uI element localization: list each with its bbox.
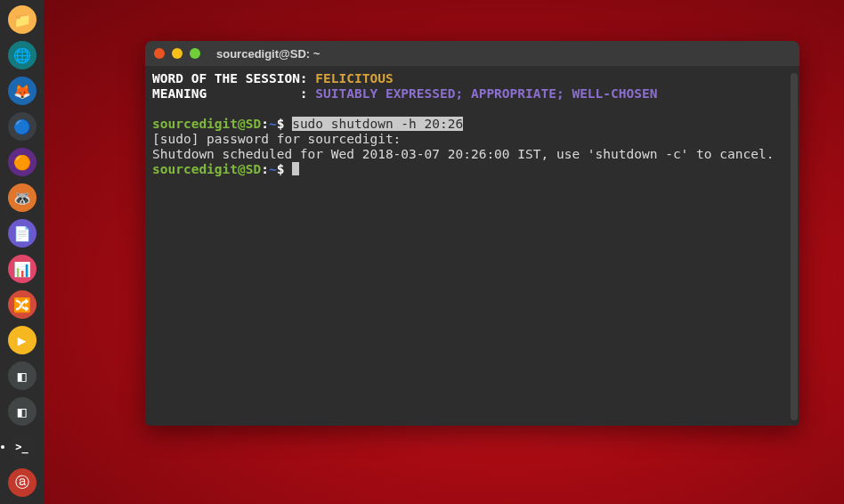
prompt-path-2: ~ bbox=[269, 162, 277, 176]
meaning-value: SUITABLY EXPRESSED; APPROPRIATE; WELL-CH… bbox=[315, 86, 657, 101]
window-controls bbox=[154, 48, 200, 59]
sudo-line: [sudo] password for sourcedigit: bbox=[152, 132, 409, 146]
prompt-user: sourcedigit@SD bbox=[152, 117, 261, 131]
dock: 📁🌐🦊🔵🟠🦝📄📊🔀▶◧◧>_ⓐ bbox=[0, 0, 44, 504]
terminal-window: sourcedigit@SD: ~ WORD OF THE SESSION: F… bbox=[145, 41, 799, 426]
close-icon[interactable] bbox=[154, 48, 165, 59]
cursor-icon bbox=[292, 162, 299, 175]
libreoffice-impress-icon[interactable]: 📊 bbox=[8, 255, 37, 283]
word-label: WORD OF THE SESSION: bbox=[152, 71, 315, 85]
app-a-icon[interactable]: ◧ bbox=[8, 362, 37, 390]
web-browser-icon[interactable]: 🌐 bbox=[8, 41, 37, 69]
window-title: sourcedigit@SD: ~ bbox=[216, 47, 320, 61]
chromium-icon[interactable]: 🔵 bbox=[8, 112, 37, 141]
scrollbar[interactable] bbox=[791, 73, 798, 420]
prompt-dollar-2: $ bbox=[277, 162, 292, 176]
opera-icon[interactable]: 🟠 bbox=[8, 148, 37, 176]
prompt-dollar: $ bbox=[277, 117, 292, 131]
prompt-user-2: sourcedigit@SD bbox=[152, 162, 261, 176]
firefox-icon[interactable]: 🦊 bbox=[8, 77, 37, 105]
settings-toggle-icon[interactable]: 🔀 bbox=[8, 290, 37, 319]
gimp-icon[interactable]: 🦝 bbox=[8, 183, 37, 212]
schedule-line: Shutdown scheduled for Wed 2018-03-07 20… bbox=[152, 147, 774, 161]
meaning-label: MEANING : bbox=[152, 86, 315, 101]
prompt-colon-2: : bbox=[261, 162, 269, 176]
prompt-colon: : bbox=[261, 117, 269, 131]
prompt-path: ~ bbox=[269, 117, 277, 131]
terminal-icon[interactable]: >_ bbox=[8, 433, 37, 461]
app-b-icon[interactable]: ◧ bbox=[8, 397, 37, 426]
amazon-icon[interactable]: ⓐ bbox=[8, 468, 37, 497]
command-selected: sudo shutdown -h 20:26 bbox=[292, 117, 463, 131]
terminal-body[interactable]: WORD OF THE SESSION: FELICITOUS MEANING … bbox=[145, 66, 799, 426]
files-icon[interactable]: 📁 bbox=[8, 5, 37, 34]
libreoffice-writer-icon[interactable]: 📄 bbox=[8, 219, 37, 248]
minimize-icon[interactable] bbox=[172, 48, 183, 59]
titlebar[interactable]: sourcedigit@SD: ~ bbox=[145, 41, 799, 66]
maximize-icon[interactable] bbox=[190, 48, 200, 59]
media-player-icon[interactable]: ▶ bbox=[8, 326, 37, 354]
word-value: FELICITOUS bbox=[315, 71, 393, 85]
